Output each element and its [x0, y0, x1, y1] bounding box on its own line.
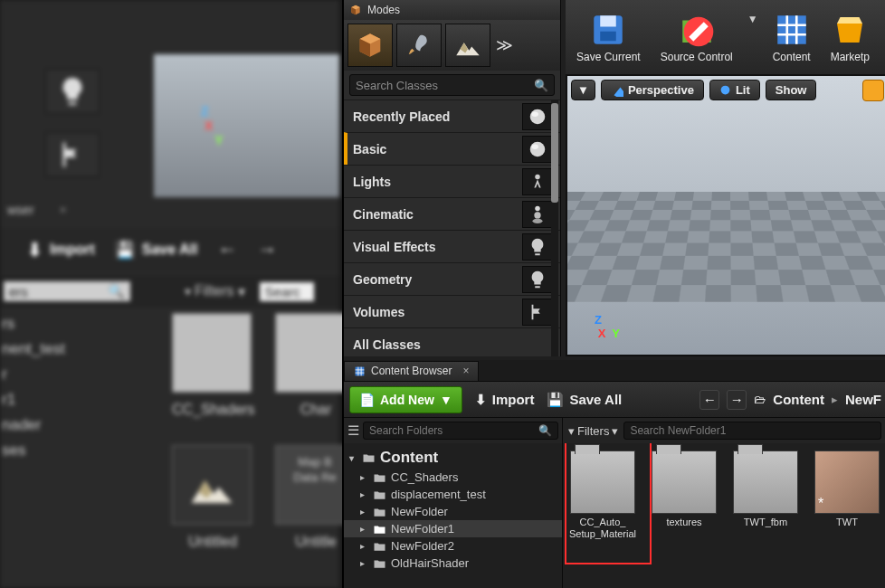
modes-scrollbar[interactable]: [551, 100, 558, 356]
bulb-icon: [522, 266, 553, 293]
paint-mode-tab[interactable]: [396, 24, 442, 67]
background-folder-tree: rsnent_testr r1naderses: [0, 311, 136, 463]
background-tab: wser×: [0, 197, 339, 223]
sphere-icon: [522, 136, 553, 163]
sources-toggle-icon[interactable]: ☰: [347, 422, 359, 439]
save-current-button[interactable]: Save Current: [571, 7, 646, 67]
cones-icon: [522, 201, 553, 228]
more-modes-button[interactable]: ≫: [490, 35, 518, 55]
editor-main: Save Current Source Control ▼ Content Ma…: [342, 0, 885, 588]
nav-back-button[interactable]: ←: [699, 390, 719, 410]
content-button[interactable]: Content: [767, 7, 816, 67]
modes-tabs: ≫: [344, 20, 560, 71]
content-browser-tab[interactable]: Content Browser ×: [344, 361, 479, 381]
tree-folder-cc_shaders[interactable]: ▸CC_Shaders: [344, 469, 562, 486]
flag-icon: [522, 299, 553, 326]
source-control-button[interactable]: Source Control: [655, 7, 738, 67]
search-assets-input[interactable]: Search NewFolder1: [623, 422, 881, 440]
search-icon: 🔍: [534, 79, 548, 92]
folder-path-icon[interactable]: 🗁: [754, 393, 766, 406]
asset-grid: CC_​Auto_​Setup_​MaterialtexturesTWT_​fb…: [563, 443, 885, 588]
viewport-axis-gizmo: Z X Y: [595, 313, 620, 340]
sources-panel: ☰ Search Folders🔍 ▾Content▸CC_Shaders▸di…: [344, 418, 563, 588]
source-control-caret-icon[interactable]: ▼: [747, 13, 758, 25]
modes-icon: [349, 4, 362, 16]
modes-title: Modes: [344, 0, 560, 20]
background-filter-row: ers🔍 ▾Filters ▾ Searc: [0, 275, 339, 308]
floppy-icon: [589, 11, 627, 49]
modes-category-cinematic[interactable]: Cinematic: [344, 197, 560, 230]
tree-root-content[interactable]: ▾Content: [344, 447, 562, 469]
modes-category-geometry[interactable]: Geometry: [344, 262, 560, 295]
tree-folder-displacement_test[interactable]: ▸displacement_test: [344, 486, 562, 503]
content-browser-nav: ← → 🗁 Content ▸ NewF: [699, 390, 881, 410]
placed-thumb-light: [45, 69, 100, 114]
content-browser-tabbar: Content Browser ×: [344, 360, 885, 382]
landscape-mode-tab[interactable]: [445, 24, 490, 67]
viewport-toolbar: ▼ Perspective Lit Show: [571, 80, 816, 100]
background-editor-blur: Z X Y wser× ⬇Import 💾Save All ←→ ers🔍 ▾F…: [0, 0, 339, 588]
filters-button[interactable]: ▾ Filters ▾: [568, 424, 618, 438]
place-mode-tab[interactable]: [347, 24, 393, 67]
search-icon: 🔍: [538, 424, 552, 437]
modes-category-volumes[interactable]: Volumes: [344, 295, 560, 327]
viewport-warning-icon[interactable]: [862, 80, 884, 101]
close-tab-icon[interactable]: ×: [462, 365, 469, 377]
tree-folder-newfolder[interactable]: ▸NewFolder: [344, 503, 562, 520]
main-toolbar: Save Current Source Control ▼ Content Ma…: [566, 0, 885, 74]
breadcrumb-current[interactable]: NewF: [845, 392, 881, 407]
modes-category-all-classes[interactable]: All Classes: [344, 327, 560, 356]
import-button[interactable]: ⬇Import: [475, 392, 535, 408]
modes-category-basic[interactable]: Basic: [344, 132, 560, 165]
modes-category-list: Recently PlacedBasicLightsCinematicVisua…: [344, 100, 560, 356]
lit-button[interactable]: Lit: [709, 80, 760, 100]
level-viewport[interactable]: ▼ Perspective Lit Show Z X Y: [566, 74, 885, 356]
marketplace-button[interactable]: Marketp: [825, 7, 875, 67]
sphere-icon: [522, 103, 553, 130]
content-browser: Content Browser × 📄 Add New ▼ ⬇Import 💾S…: [344, 360, 885, 588]
background-viewport: Z X Y: [154, 54, 339, 199]
modes-category-lights[interactable]: Lights: [344, 165, 560, 197]
viewport-options-button[interactable]: ▼: [571, 80, 595, 100]
char-icon: [522, 168, 553, 195]
folder-tree: ▾Content▸CC_Shaders▸displacement_test▸Ne…: [344, 443, 562, 588]
asset-textures[interactable]: textures: [650, 450, 718, 581]
modes-panel: Modes ≫ Search Classes🔍 Recently PlacedB…: [344, 0, 561, 356]
modes-category-recently-placed[interactable]: Recently Placed: [344, 100, 560, 132]
tree-folder-newfolder2[interactable]: ▸NewFolder2: [344, 537, 562, 555]
asset-view: ▾ Filters ▾ Search NewFolder1 CC_​Auto_​…: [563, 418, 885, 588]
save-all-button[interactable]: 💾Save All: [547, 392, 622, 408]
tree-folder-newfolder1[interactable]: ▸NewFolder1: [344, 520, 562, 537]
placed-thumb-flag: [45, 132, 100, 177]
grid-small-icon: [354, 365, 366, 377]
background-search-assets: Searc: [260, 282, 314, 301]
search-folders-input[interactable]: Search Folders🔍: [363, 422, 558, 440]
background-toolbar: ⬇Import 💾Save All ←→: [0, 228, 339, 271]
background-search-folders: ers🔍: [4, 281, 130, 301]
asset-twt[interactable]: TWT: [813, 450, 881, 581]
tree-folder-oldhairshader[interactable]: ▸OldHairShader: [344, 555, 562, 572]
breadcrumb-content[interactable]: Content: [773, 392, 824, 407]
modes-category-visual-effects[interactable]: Visual Effects: [344, 230, 560, 262]
nav-forward-button[interactable]: →: [727, 390, 747, 410]
asset-cc_auto_setup_material[interactable]: CC_​Auto_​Setup_​Material: [568, 450, 637, 581]
background-asset-grid: CC_Shaders Untitled Char Map BData ReUnt…: [172, 313, 357, 550]
perspective-button[interactable]: Perspective: [601, 80, 704, 100]
viewport-floor: [566, 192, 885, 302]
show-button[interactable]: Show: [766, 80, 817, 100]
marketplace-icon: [831, 11, 869, 49]
grid-icon: [773, 11, 811, 49]
asset-twt_fbm[interactable]: TWT_​fbm: [731, 450, 800, 581]
source-control-icon: [678, 11, 716, 49]
bulb-icon: [522, 233, 553, 261]
add-new-button[interactable]: 📄 Add New ▼: [349, 386, 462, 413]
search-classes-input[interactable]: Search Classes🔍: [349, 74, 555, 96]
axis-gizmo: Z X Y: [201, 104, 224, 147]
content-browser-toolbar: 📄 Add New ▼ ⬇Import 💾Save All ← → 🗁 Cont…: [344, 382, 885, 418]
